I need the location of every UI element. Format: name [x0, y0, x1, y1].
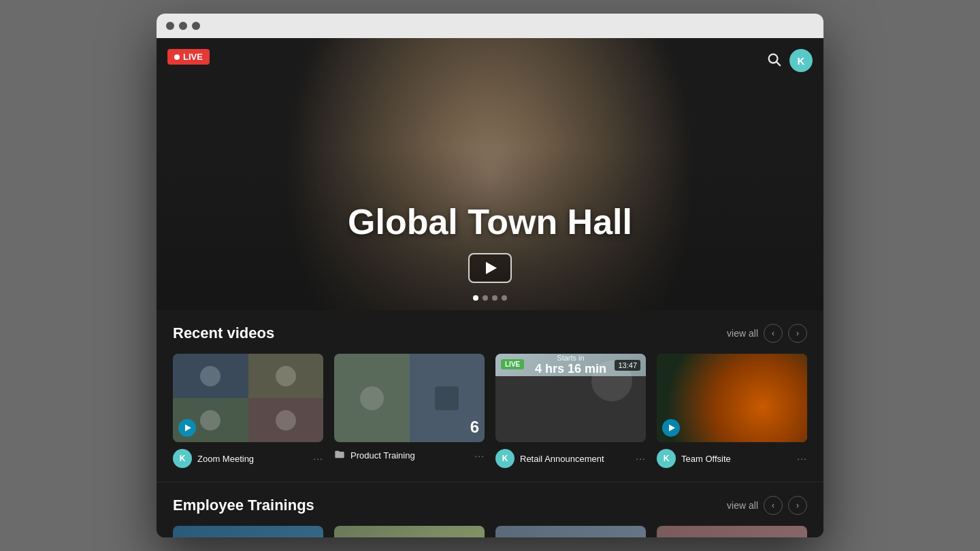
card-menu-offsite[interactable]: ···	[797, 453, 807, 464]
section-nav: view all ‹ ›	[727, 324, 807, 343]
close-button[interactable]	[166, 22, 174, 30]
minimize-button[interactable]	[179, 22, 187, 30]
folder-icon-card	[334, 449, 345, 462]
duration-pill: 13:47	[615, 360, 640, 371]
card-info-offsite: K Team Offsite ···	[657, 449, 807, 468]
hero-title: Global Town Hall	[157, 201, 823, 242]
live-label: LIVE	[183, 52, 203, 62]
employee-prev-arrow[interactable]: ‹	[764, 496, 783, 515]
dot-2[interactable]	[483, 295, 488, 301]
section-header: Recent videos view all ‹ ›	[173, 324, 807, 343]
card-info-retail: K Retail Announcement ···	[495, 449, 646, 468]
training-card-2[interactable]	[334, 526, 485, 537]
employee-section-title: Employee Trainings	[173, 497, 314, 514]
thumbnail-retail[interactable]: Starts in 4 hrs 16 min LIVE 13:47	[495, 354, 646, 442]
app-content: LIVE K Global Town Hall	[157, 38, 823, 537]
browser-window: LIVE K Global Town Hall	[157, 14, 823, 537]
card-title-product: Product Training	[350, 450, 469, 461]
card-avatar: K	[173, 449, 192, 468]
hero-controls: K	[766, 49, 813, 72]
search-button[interactable]	[766, 52, 781, 70]
zoom-person-2	[248, 354, 324, 398]
svg-line-1	[777, 62, 780, 65]
training-card-3[interactable]	[495, 526, 646, 537]
dot-1[interactable]	[473, 295, 478, 301]
card-info-product: Product Training ···	[334, 449, 485, 462]
next-arrow[interactable]: ›	[788, 324, 807, 343]
card-info-zoom: K Zoom Meeting ···	[173, 449, 323, 468]
training-grid	[173, 526, 807, 537]
card-avatar-offsite: K	[657, 449, 676, 468]
thumbnail-zoom-meeting[interactable]	[173, 354, 323, 442]
training-card-4[interactable]	[657, 526, 807, 537]
video-card-product-training: 6 Product Training ···	[334, 354, 485, 468]
video-grid: K Zoom Meeting ···	[173, 354, 807, 468]
live-pill: LIVE	[501, 359, 524, 369]
starts-in-label: Starts in	[535, 354, 606, 362]
live-badge: LIVE	[167, 49, 210, 65]
play-overlay	[178, 419, 196, 437]
recent-videos-section: Recent videos view all ‹ ›	[157, 310, 823, 482]
section-title: Recent videos	[173, 324, 274, 342]
live-dot	[174, 54, 180, 60]
employee-trainings-section: Employee Trainings view all ‹ ›	[157, 482, 823, 537]
card-menu-retail[interactable]: ···	[636, 453, 646, 464]
employee-view-all[interactable]: view all	[727, 500, 758, 511]
prev-arrow[interactable]: ‹	[764, 324, 783, 343]
product-left	[334, 354, 410, 442]
card-title-offsite: Team Offsite	[681, 454, 791, 464]
count-badge: 6	[470, 418, 479, 437]
maximize-button[interactable]	[192, 22, 200, 30]
card-avatar-retail: K	[495, 449, 514, 468]
zoom-person-1	[173, 354, 248, 398]
card-title-retail: Retail Announcement	[520, 454, 630, 464]
play-icon-small	[185, 424, 191, 431]
employee-next-arrow[interactable]: ›	[788, 496, 807, 515]
hero-play-button[interactable]	[468, 253, 512, 283]
play-icon	[486, 262, 497, 274]
play-icon-offsite	[669, 424, 675, 431]
dot-3[interactable]	[492, 295, 497, 301]
zoom-person-4	[248, 398, 324, 442]
thumbnail-product-training[interactable]: 6	[334, 354, 485, 442]
dot-4[interactable]	[502, 295, 507, 301]
video-card-team-offsite: K Team Offsite ···	[657, 354, 807, 468]
video-card-zoom-meeting: K Zoom Meeting ···	[173, 354, 323, 468]
card-menu-product[interactable]: ···	[474, 450, 485, 461]
browser-chrome	[157, 14, 823, 38]
employee-section-nav: view all ‹ ›	[727, 496, 807, 515]
training-card-1[interactable]	[173, 526, 323, 537]
video-card-retail: Starts in 4 hrs 16 min LIVE 13:47 K Reta…	[495, 354, 646, 468]
card-menu-zoom[interactable]: ···	[313, 453, 323, 464]
hero-section: LIVE K Global Town Hall	[157, 38, 823, 310]
offsite-play-overlay	[662, 419, 680, 437]
thumbnail-team-offsite[interactable]	[657, 354, 807, 442]
user-avatar[interactable]: K	[789, 49, 813, 72]
employee-section-header: Employee Trainings view all ‹ ›	[173, 496, 807, 515]
view-all-link[interactable]: view all	[727, 328, 758, 339]
hero-dots	[473, 295, 507, 301]
card-title-zoom: Zoom Meeting	[197, 454, 308, 464]
